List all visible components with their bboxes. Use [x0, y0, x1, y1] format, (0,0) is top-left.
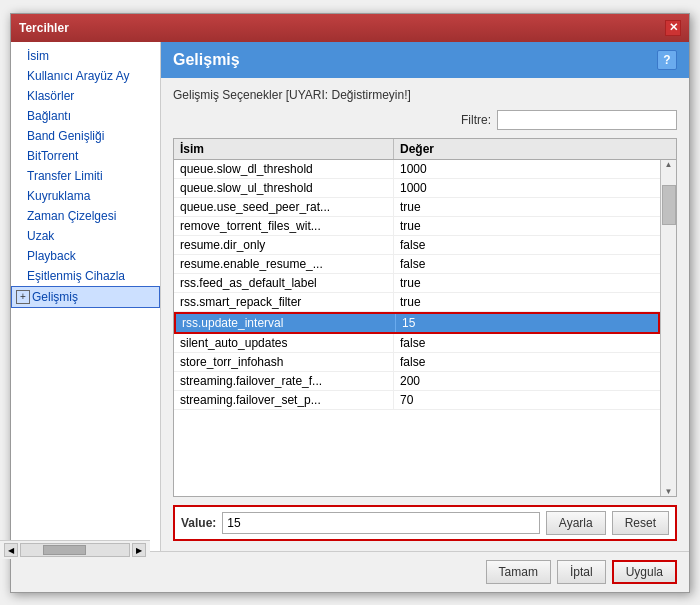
table-row[interactable]: silent_auto_updates false [174, 334, 660, 353]
table-row[interactable]: queue.use_seed_peer_rat... true [174, 198, 660, 217]
table-row[interactable]: remove_torrent_files_wit... true [174, 217, 660, 236]
title-bar: Tercihler ✕ [11, 14, 689, 42]
table-row[interactable]: resume.enable_resume_... false [174, 255, 660, 274]
sidebar-scroll-right[interactable]: ▶ [132, 543, 146, 557]
panel-header: Gelişmiş ? [161, 42, 689, 78]
scrollbar[interactable]: ▲ ▼ [660, 160, 676, 496]
sidebar-scroll-thumb [43, 545, 86, 555]
sidebar-item-zaman[interactable]: Zaman Çizelgesi [11, 206, 160, 226]
panel-title: Gelişmiş [173, 51, 240, 69]
window-title: Tercihler [19, 21, 69, 35]
sidebar-item-uzak[interactable]: Uzak [11, 226, 160, 246]
table-header: İsim Değer [174, 139, 676, 160]
sidebar: İsim Kullanıcı Arayüz Ay Klasörler Bağla… [11, 42, 161, 551]
sidebar-scroll-left[interactable]: ◀ [4, 543, 18, 557]
table-row[interactable]: queue.slow_ul_threshold 1000 [174, 179, 660, 198]
column-value-header: Değer [394, 139, 676, 159]
warning-text: Gelişmiş Seçenekler [UYARI: Değistirmeyi… [173, 88, 677, 102]
sidebar-item-transfer[interactable]: Transfer Limiti [11, 166, 160, 186]
main-panel: Gelişmiş ? Gelişmiş Seçenekler [UYARI: D… [161, 42, 689, 551]
filter-input[interactable] [497, 110, 677, 130]
table-row[interactable]: resume.dir_only false [174, 236, 660, 255]
sidebar-item-gelismis-label: Gelişmiş [32, 290, 78, 304]
panel-body: Gelişmiş Seçenekler [UYARI: Değistirmeyi… [161, 78, 689, 551]
sidebar-item-band[interactable]: Band Genişliği [11, 126, 160, 146]
reset-button[interactable]: Reset [612, 511, 669, 535]
sidebar-item-baglanti[interactable]: Bağlantı [11, 106, 160, 126]
table-body: queue.slow_dl_threshold 1000 queue.slow_… [174, 160, 660, 496]
cancel-button[interactable]: İptal [557, 560, 606, 584]
settings-table: İsim Değer queue.slow_dl_threshold 1000 … [173, 138, 677, 497]
value-bar: Value: Ayarla Reset [173, 505, 677, 541]
ayarla-button[interactable]: Ayarla [546, 511, 606, 535]
table-row[interactable]: rss.smart_repack_filter true [174, 293, 660, 312]
value-label: Value: [181, 516, 216, 530]
sidebar-item-klasorler[interactable]: Klasörler [11, 86, 160, 106]
sidebar-item-bittorrent[interactable]: BitTorrent [11, 146, 160, 166]
value-input[interactable] [222, 512, 539, 534]
apply-button[interactable]: Uygula [612, 560, 677, 584]
ok-button[interactable]: Tamam [486, 560, 551, 584]
close-button[interactable]: ✕ [665, 20, 681, 36]
sidebar-item-playback[interactable]: Playback [11, 246, 160, 266]
dialog-content: İsim Kullanıcı Arayüz Ay Klasörler Bağla… [11, 42, 689, 551]
expand-icon[interactable]: + [16, 290, 30, 304]
sidebar-item-kullanici[interactable]: Kullanıcı Arayüz Ay [11, 66, 160, 86]
table-row[interactable]: streaming.failover_set_p... 70 [174, 391, 660, 410]
filter-label: Filtre: [461, 113, 491, 127]
table-row[interactable]: store_torr_infohash false [174, 353, 660, 372]
table-row[interactable]: rss.feed_as_default_label true [174, 274, 660, 293]
table-row[interactable]: queue.slow_dl_threshold 1000 [174, 160, 660, 179]
sidebar-item-kuyruklama[interactable]: Kuyruklama [11, 186, 160, 206]
sidebar-item-genel[interactable]: İsim [11, 46, 160, 66]
help-button[interactable]: ? [657, 50, 677, 70]
table-row-selected[interactable]: rss.update_interval 15 [174, 312, 660, 334]
dialog-window: Tercihler ✕ İsim Kullanıcı Arayüz Ay Kla… [10, 13, 690, 593]
table-row[interactable]: streaming.failover_rate_f... 200 [174, 372, 660, 391]
filter-row: Filtre: [173, 110, 677, 130]
sidebar-item-gelismis[interactable]: + Gelişmiş [11, 286, 160, 308]
sidebar-item-esitlenmis[interactable]: Eşitlenmiş Cihazla [11, 266, 160, 286]
sidebar-scrollbar[interactable] [20, 543, 130, 557]
column-name-header: İsim [174, 139, 394, 159]
scroll-thumb[interactable] [662, 185, 676, 225]
